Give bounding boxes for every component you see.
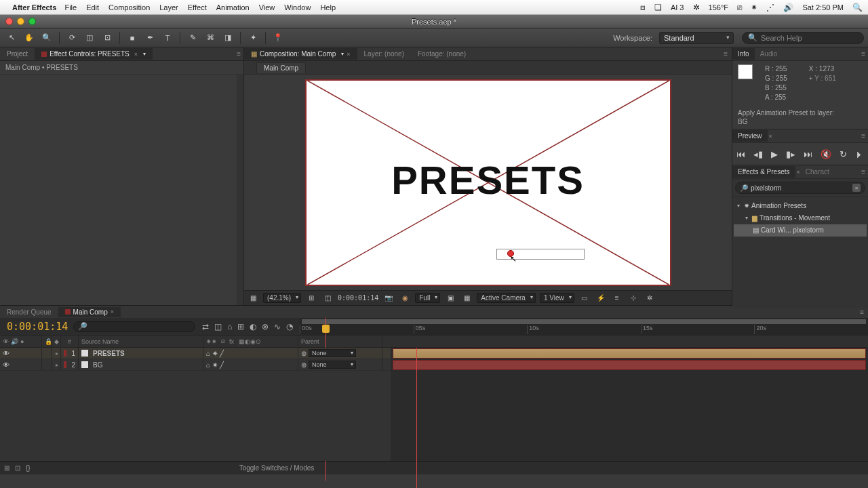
switch-shy[interactable]: ⌂ [206,361,210,369]
tab-effects-presets[interactable]: Effects & Presets [732,166,795,178]
text-tool-icon[interactable]: T [160,31,175,45]
twirl-icon[interactable]: ▸ [56,362,58,368]
layer-row[interactable]: 👁 ▸ 2 BG ⌂ ✷ ╱ ⊚ None [0,359,391,371]
exposure-icon[interactable]: ✲ [644,293,656,304]
tab-footage[interactable]: Footage: (none) [411,48,473,60]
brush-tool-icon[interactable]: ✎ [185,31,200,45]
solo-column-icon[interactable]: ● [20,338,24,345]
panel-menu-icon[interactable]: ≡ [861,132,865,140]
tab-timeline-comp[interactable]: Main Comp× [58,307,121,317]
brain-icon[interactable]: ⊗ [262,322,269,331]
camera-dropdown[interactable]: Active Camera [477,293,536,303]
next-frame-button[interactable]: ▮▸ [786,149,795,159]
draft-3d-icon[interactable]: ◫ [214,322,222,331]
adobe-indicator[interactable]: AI 3 [671,3,684,12]
panel-menu-icon[interactable]: ≡ [237,50,241,58]
menu-view[interactable]: View [259,3,275,12]
layer-row[interactable]: 👁 ▸ 1 PRESETS ⌂ ✷ ╱ ⊚ None [0,348,391,359]
snapshot-icon[interactable]: 📷 [382,293,395,304]
eye-column-icon[interactable]: 👁 [3,338,9,345]
zoom-dropdown[interactable]: (42.1%) [263,293,301,303]
prev-frame-button[interactable]: ◂▮ [753,149,763,159]
shy-icon[interactable]: ⌂ [227,322,232,331]
effects-search-input[interactable]: 🔎 pixelstorm × [735,182,865,194]
play-button[interactable]: ▶ [771,149,778,159]
display-icon[interactable]: ⎚ [737,3,742,12]
tab-info[interactable]: Info [732,48,755,60]
clear-search-button[interactable]: × [852,184,861,192]
clone-tool-icon[interactable]: ⌘ [203,31,218,45]
roto-tool-icon[interactable]: ✦ [245,31,260,45]
toggle-switch-icon[interactable]: {} [26,464,31,472]
menu-edit[interactable]: Edit [86,3,99,12]
workspace-dropdown[interactable]: Standard [659,32,734,44]
tree-preset-item[interactable]: ▤Card Wi... pixelstorm [734,224,867,237]
always-preview-icon[interactable]: ▦ [247,293,259,304]
hand-tool-icon[interactable]: ✋ [22,31,37,45]
tab-character[interactable]: Charact [800,166,835,178]
grid-icon[interactable]: ⊞ [305,293,317,304]
tree-root[interactable]: ▾✷Animation Presets [734,200,867,212]
layer-bar[interactable] [393,348,866,359]
tab-project[interactable]: Project [0,48,35,60]
layer-color[interactable] [64,361,66,368]
frame-blend-icon[interactable]: ⊞ [237,322,244,331]
tab-render-queue[interactable]: Render Queue [0,307,58,317]
switch-collapse[interactable]: ✷ [212,361,218,369]
app-name[interactable]: After Effects [12,3,56,12]
first-frame-button[interactable]: ⏮ [736,149,745,159]
twirl-icon[interactable]: ▸ [56,350,58,357]
col-number[interactable]: # [61,336,79,347]
motion-blur-icon[interactable]: ◐ [250,322,256,331]
bluetooth-icon[interactable]: ⁕ [751,3,757,12]
menu-animation[interactable]: Animation [216,3,250,12]
panel-menu-icon[interactable]: ≡ [861,168,865,176]
visibility-toggle[interactable]: 👁 [3,361,9,369]
volume-icon[interactable]: 🔊 [783,3,793,12]
toggle-switch-icon[interactable]: ⊡ [15,464,20,472]
tree-folder[interactable]: ▾▆Transitions - Movement [734,212,867,224]
fast-preview-icon[interactable]: ⚡ [595,293,607,304]
pickwhip-icon[interactable]: ⊚ [301,361,307,369]
resolution-dropdown[interactable]: Full [415,293,440,303]
transparency-icon[interactable]: ▦ [460,293,473,304]
evernote-icon[interactable]: ❏ [654,3,662,12]
visibility-toggle[interactable]: 👁 [3,350,9,357]
tab-audio[interactable]: Audio [755,48,783,60]
comp-breadcrumb-tab[interactable]: Main Comp [256,62,306,73]
clock[interactable]: Sat 2:50 PM [802,3,844,12]
pan-behind-tool-icon[interactable]: ⊡ [100,31,115,45]
tab-preview[interactable]: Preview [732,130,768,142]
layer-name[interactable]: BG [93,361,102,369]
menu-layer[interactable]: Layer [159,3,178,12]
toggle-switch-icon[interactable]: ⊞ [4,464,9,472]
switch-quality[interactable]: ╱ [220,350,224,357]
panel-menu-icon[interactable]: ≡ [861,50,865,58]
spotlight-icon[interactable]: 🔍 [852,3,863,12]
shape-tool-icon[interactable]: ■ [125,31,140,45]
toggle-switches-modes-button[interactable]: Toggle Switches / Modes [239,464,315,472]
pixel-aspect-icon[interactable]: ▭ [578,293,591,304]
views-dropdown[interactable]: 1 View [540,293,574,303]
menu-help[interactable]: Help [320,3,336,12]
layer-name[interactable]: PRESETS [93,350,125,357]
region-icon[interactable]: ▣ [444,293,456,304]
loop-button[interactable]: ↻ [840,149,847,159]
zoom-tool-icon[interactable]: 🔍 [39,31,54,45]
timeline-search-input[interactable]: 🔎 [73,321,195,332]
tab-layer[interactable]: Layer: (none) [357,48,411,60]
camera-tool-icon[interactable]: ◫ [82,31,97,45]
eraser-tool-icon[interactable]: ◨ [220,31,235,45]
scrollbar[interactable] [237,75,243,305]
mask-icon[interactable]: ◫ [321,293,334,304]
canvas[interactable]: PRESETS ↖ [305,79,671,286]
close-tab-icon[interactable]: × [347,51,350,58]
flowchart-icon[interactable]: ⊹ [627,293,639,304]
timeline-icon[interactable]: ≡ [611,293,623,304]
close-tab-icon[interactable]: × [134,51,138,58]
puppet-tool-icon[interactable]: 📍 [271,31,285,45]
last-frame-button[interactable]: ⏭ [804,149,812,159]
wifi-icon[interactable]: ⋰ [766,3,774,12]
composition-viewer[interactable]: PRESETS ↖ [244,75,732,290]
timeline-timecode[interactable]: 0:00:01:14 [0,321,73,333]
